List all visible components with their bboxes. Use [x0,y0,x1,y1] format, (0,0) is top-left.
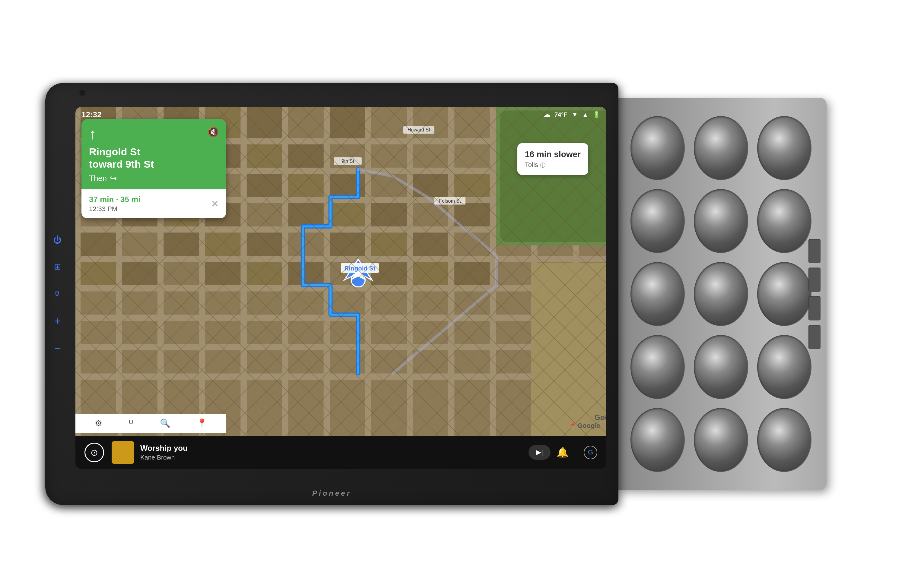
svg-rect-54 [330,203,365,227]
artist-name: Kane Brown [140,454,529,461]
bracket-slot [808,239,821,263]
turn-right-arrow: ↪ [110,173,117,183]
bracket-slot [808,296,821,320]
svg-marker-81 [344,259,372,280]
mute-icon[interactable]: 🔇 [208,127,219,137]
media-right-controls: 🔔 G [557,446,597,459]
plus-button[interactable]: + [51,315,64,327]
svg-rect-9 [75,373,607,380]
close-nav-button[interactable]: ✕ [211,198,219,209]
svg-rect-61 [205,233,240,256]
svg-rect-68 [81,262,116,285]
svg-rect-89 [403,126,434,133]
svg-rect-14 [240,107,247,436]
direction-arrow: ↑ [89,125,97,143]
svg-rect-84 [341,263,379,273]
mic-button[interactable]: 🎙 [51,288,64,300]
svg-rect-69 [122,262,157,285]
alt-route-popup[interactable]: 16 min slower Tolls ⓘ [518,143,588,175]
bracket-hole [757,335,811,399]
battery-icon: 🔋 [593,111,600,118]
nav-toolbar: ⚙ ⑂ 🔍 📍 [75,414,226,433]
screen-wrapper: 12:32 ☁ 74°F ▼ ▲ 🔋 [75,107,607,469]
time-display: 12:32 [81,110,102,119]
device-container: ⏻ ⊞ 🎙 + − 12:32 ☁ 74°F ▼ ▲ 🔋 [45,38,860,550]
album-art-image: ♪ [112,441,134,464]
play-icon: ▶| [536,449,543,456]
svg-rect-35 [247,144,282,168]
svg-rect-55 [372,203,406,227]
settings-toolbar-button[interactable]: ⚙ [95,418,102,428]
svg-rect-70 [164,262,199,285]
svg-rect-64 [330,233,365,256]
navigation-card: ↑ 🔇 Ringold St toward 9th St Then ↪ [81,119,226,218]
pioneer-logo: Pioneer [312,489,351,498]
svg-rect-73 [288,262,324,285]
status-right: ☁ 74°F ▼ ▲ 🔋 [544,111,600,118]
routes-toolbar-button[interactable]: ⑂ [129,418,133,428]
media-bar: ⊙ ♪ Worship you Kane Brown ▶| [75,436,607,469]
status-bar: 12:32 ☁ 74°F ▼ ▲ 🔋 [75,107,607,122]
svg-rect-87 [334,157,362,165]
search-toolbar-button[interactable]: 🔍 [160,418,170,428]
bracket-hole [757,189,811,253]
info-icon: ⓘ [540,162,545,168]
svg-point-82 [351,273,365,287]
bracket-hole [694,116,748,180]
google-assistant-button[interactable]: G [584,446,597,459]
svg-rect-53 [288,203,324,227]
mounting-bracket [615,98,827,490]
camera-dot [80,90,85,95]
svg-rect-47 [454,174,490,197]
svg-rect-66 [413,233,448,256]
bracket-hole [630,408,685,472]
svg-rect-74 [330,262,365,285]
svg-rect-20 [490,107,496,436]
svg-rect-58 [81,233,116,256]
nav-card-top: ↑ 🔇 Ringold St toward 9th St Then ↪ [81,119,226,189]
home-button[interactable]: ⊙ [84,443,104,462]
minus-button[interactable]: − [51,342,64,354]
current-street: Ringold St toward 9th St [89,146,219,170]
svg-text:Ringold St: Ringold St [345,265,376,272]
alt-route-title: 16 min slower [525,149,581,160]
svg-rect-80 [531,263,607,436]
svg-rect-57 [454,203,490,227]
arrival-time: 12:33 PM [89,205,141,213]
tolls-label: Tolls [525,161,538,168]
svg-rect-62 [247,233,282,256]
svg-rect-36 [288,144,324,168]
svg-rect-7 [75,314,607,321]
svg-rect-56 [413,203,448,227]
power-button[interactable]: ⏻ [51,234,64,246]
menu-button[interactable]: ⊞ [51,261,64,273]
svg-rect-42 [247,174,282,197]
map-pin-icon: 📍 [568,422,576,430]
svg-rect-37 [330,144,365,168]
svg-rect-65 [372,233,406,256]
bracket-hole [694,335,748,399]
svg-text:Google: Google [594,413,607,422]
svg-rect-43 [288,174,324,197]
svg-text:Folsom St: Folsom St [439,198,461,204]
nav-card-bottom: 37 min · 35 mi 12:33 PM ✕ [81,189,226,218]
bracket-holes [615,98,827,490]
svg-rect-76 [413,262,448,285]
svg-rect-72 [247,262,282,285]
svg-rect-8 [75,344,607,350]
svg-rect-5 [75,256,607,262]
wifi-icon: ▼ [572,111,578,118]
cloud-icon: ☁ [544,111,550,118]
svg-rect-4 [75,227,607,233]
album-art[interactable]: ♪ [112,441,134,464]
head-unit: ⏻ ⊞ 🎙 + − 12:32 ☁ 74°F ▼ ▲ 🔋 [45,83,618,505]
song-title: Worship you [140,444,529,453]
media-info: Worship you Kane Brown [140,444,529,461]
svg-rect-44 [330,174,365,197]
svg-rect-45 [372,174,406,197]
play-next-button[interactable]: ▶| [529,445,551,460]
signal-icon: ▲ [582,111,588,118]
bracket-hole [630,335,685,399]
pin-toolbar-button[interactable]: 📍 [197,418,207,428]
notification-button[interactable]: 🔔 [557,447,568,458]
